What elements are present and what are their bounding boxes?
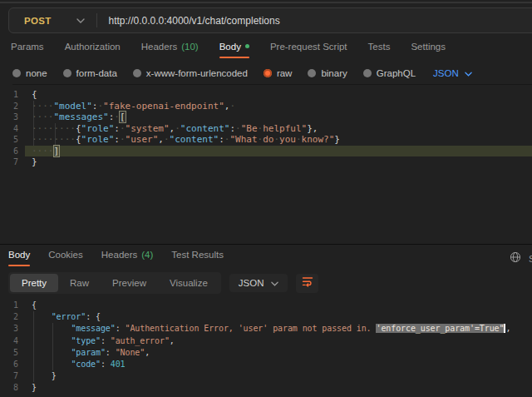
request-body-editor[interactable]: 1{2····"model":·"fake-openai-endpoint",·… (0, 87, 532, 243)
code-token: { (76, 123, 81, 134)
code-line[interactable]: 8} (0, 382, 532, 394)
code-token: helpful" (263, 123, 307, 134)
code-text: { (32, 300, 37, 311)
tab-pre-request-script[interactable]: Pre-request Script (270, 41, 347, 58)
line-number: 8 (0, 382, 25, 394)
request-tabs: Params Authorization Headers(10) Body Pr… (11, 41, 446, 58)
code-token: · (235, 123, 241, 134)
code-line[interactable]: 6 "code": 401 (0, 359, 532, 370)
radio-form-data[interactable]: form-data (63, 68, 117, 78)
code-token: : (101, 360, 111, 369)
body-modified-dot (245, 44, 249, 48)
globe-icon[interactable] (510, 251, 521, 266)
code-token: "messages" (54, 112, 109, 122)
response-language-dropdown[interactable]: JSON (229, 274, 288, 292)
url-input[interactable]: http://0.0.0.0:4000/v1/chat/completions (109, 15, 280, 27)
code-line[interactable]: 4········{"role":·"system",·"content":·"… (0, 123, 532, 135)
code-token (32, 371, 52, 380)
radio-x-www-form-urlencoded[interactable]: x-www-form-urlencoded (133, 68, 248, 78)
tab-params[interactable]: Params (11, 41, 44, 58)
code-line[interactable]: 3····"messages":·[ (0, 112, 532, 123)
code-token: · (229, 101, 235, 112)
code-text: "param": "None", (32, 347, 150, 359)
code-line[interactable]: 4 "type": "auth_error", (0, 335, 532, 347)
code-token: } (32, 383, 37, 392)
radio-graphql[interactable]: GraphQL (363, 68, 416, 78)
code-token: : { (86, 312, 101, 321)
code-token: ········ (32, 134, 76, 145)
code-token: "error" (52, 312, 86, 321)
code-text: "code": 401 (32, 359, 126, 370)
line-number: 6 (0, 359, 25, 370)
code-token: "auth_error" (111, 336, 170, 345)
code-token: } (32, 156, 37, 167)
line-number: 2 (0, 101, 25, 112)
code-token: ···· (32, 112, 54, 122)
code-token: : (106, 348, 116, 357)
response-controls: Pretty Raw Preview Visualize JSON (8, 272, 318, 294)
line-number: 4 (0, 123, 25, 135)
selected-text: 'enforce_user_param'=True" (376, 324, 504, 333)
code-token: 401 (111, 360, 126, 369)
code-token: "user" (126, 134, 159, 145)
code-token: "param" (71, 348, 105, 357)
code-token: · (164, 134, 170, 145)
method-selector[interactable]: POST (9, 16, 52, 26)
response-tab-test-results[interactable]: Test Results (171, 250, 224, 266)
code-text: ········{"role":·"system",·"content":·"B… (32, 123, 318, 135)
tab-body[interactable]: Body (219, 41, 249, 58)
window-top-edge (0, 2, 532, 3)
code-token: [ (120, 112, 126, 122)
line-number: 2 (0, 311, 25, 323)
code-text: ····] (32, 146, 59, 157)
body-language-dropdown[interactable]: JSON (433, 68, 472, 78)
code-token: } (334, 134, 340, 145)
code-line[interactable]: 3 "message": "Authentication Error, 'use… (0, 323, 532, 335)
code-line[interactable]: 5········{"role":·"user",·"content":·"Wh… (0, 134, 532, 146)
code-token: }, (307, 123, 318, 134)
code-line[interactable]: 1{ (0, 300, 532, 311)
view-visualize[interactable]: Visualize (158, 274, 219, 292)
view-raw[interactable]: Raw (58, 274, 101, 292)
code-token: ···· (32, 146, 54, 156)
tab-headers[interactable]: Headers(10) (141, 41, 199, 58)
radio-none[interactable]: none (12, 68, 47, 78)
view-preview[interactable]: Preview (101, 274, 158, 292)
line-number: 7 (0, 370, 25, 382)
code-token (32, 360, 71, 369)
code-token: do (263, 134, 273, 145)
code-text: "message": "Authentication Error, 'user'… (32, 323, 510, 335)
radio-binary[interactable]: binary (308, 68, 347, 78)
radio-icon (133, 69, 141, 77)
code-token: "What (229, 134, 257, 145)
code-line[interactable]: 2····"model":·"fake-openai-endpoint",· (0, 101, 532, 112)
response-tab-body[interactable]: Body (8, 250, 30, 266)
code-token (32, 324, 71, 333)
chevron-down-icon[interactable] (76, 18, 85, 23)
code-token: · (175, 123, 180, 134)
tab-tests[interactable]: Tests (368, 41, 391, 58)
line-number: 3 (0, 323, 25, 335)
response-body-editor[interactable]: 1{2 "error": {3 "message": "Authenticati… (0, 297, 532, 397)
code-line[interactable]: 6····] (0, 146, 532, 157)
code-line[interactable]: 7} (0, 156, 532, 168)
response-tab-headers[interactable]: Headers(4) (101, 250, 154, 266)
code-token: "type" (71, 336, 101, 345)
code-token: you (279, 134, 296, 145)
radio-icon (12, 69, 21, 77)
code-token: ········ (32, 123, 76, 134)
tab-authorization[interactable]: Authorization (65, 41, 121, 58)
tab-settings[interactable]: Settings (411, 41, 446, 58)
line-number: 4 (0, 335, 25, 347)
wrap-text-button[interactable] (296, 274, 318, 293)
code-text: ····"model":·"fake-openai-endpoint",· (32, 101, 235, 112)
response-tab-cookies[interactable]: Cookies (48, 250, 83, 266)
code-line[interactable]: 7 } (0, 370, 532, 382)
code-line[interactable]: 5 "param": "None", (0, 347, 532, 359)
code-token: , (505, 324, 510, 333)
radio-raw[interactable]: raw (264, 68, 293, 78)
view-pretty[interactable]: Pretty (10, 274, 58, 292)
code-token: "role" (81, 123, 115, 134)
code-line[interactable]: 1{ (0, 89, 532, 101)
code-line[interactable]: 2 "error": { (0, 311, 532, 323)
